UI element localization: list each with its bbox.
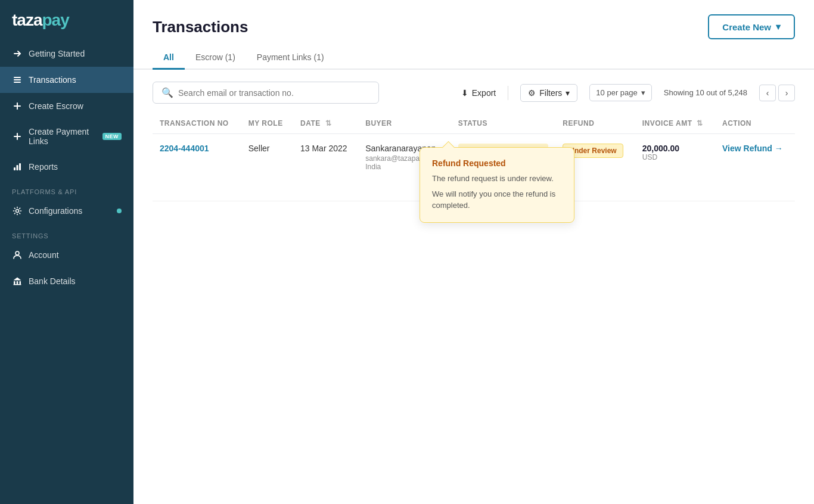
- sidebar-item-create-payment-links-label: Create Payment Links: [29, 127, 94, 146]
- refund-popup: Refund Requested The refund request is u…: [420, 147, 574, 223]
- col-invoice-amt-label: INVOICE AMT: [642, 119, 692, 127]
- logo-taza: taza: [12, 11, 42, 29]
- sidebar-item-account-label: Account: [29, 250, 59, 260]
- table-header-row: TRANSACTION NO MY ROLE DATE ⇅ BUYER STAT…: [153, 113, 795, 134]
- svg-rect-8: [17, 165, 18, 170]
- col-my-role: MY ROLE: [241, 113, 293, 134]
- platforms-api-section-label: PLATFORMS & API: [0, 180, 133, 198]
- download-icon: ⬇: [461, 88, 468, 98]
- next-page-button[interactable]: ›: [778, 85, 795, 101]
- cell-action: View Refund →: [715, 134, 795, 201]
- col-transaction-no: TRANSACTION NO: [153, 113, 241, 134]
- col-date[interactable]: DATE ⇅: [293, 113, 358, 134]
- transaction-link[interactable]: 2204-444001: [160, 144, 209, 153]
- col-buyer: BUYER: [358, 113, 451, 134]
- svg-rect-12: [14, 281, 15, 284]
- chevron-down-icon-filters: ▾: [566, 88, 570, 98]
- svg-rect-1: [14, 79, 21, 80]
- new-badge: NEW: [102, 133, 122, 140]
- popup-title: Refund Requested: [432, 158, 562, 168]
- table-toolbar: 🔍 ⬇ Export ⚙ Filters ▾ 10 per page ▾: [153, 82, 795, 104]
- create-new-label: Create New: [722, 22, 771, 32]
- invoice-amount: 20,000.00: [642, 144, 708, 153]
- svg-rect-0: [14, 77, 21, 78]
- tab-payment-links[interactable]: Payment Links (1): [246, 46, 335, 70]
- sort-icon-date: ⇅: [325, 119, 332, 127]
- export-button[interactable]: ⬇ Export: [461, 88, 496, 98]
- divider: [508, 86, 508, 100]
- sidebar-item-configurations[interactable]: Configurations: [0, 198, 133, 224]
- bank-icon: [12, 276, 23, 287]
- page-header: Transactions Create New ▾: [133, 0, 814, 39]
- sidebar-item-create-escrow[interactable]: Create Escrow: [0, 93, 133, 119]
- cell-date: 13 Mar 2022: [293, 134, 358, 201]
- invoice-currency: USD: [642, 153, 708, 161]
- sidebar-item-bank-details[interactable]: Bank Details: [0, 268, 133, 294]
- svg-rect-2: [14, 82, 21, 83]
- search-icon: 🔍: [161, 87, 173, 98]
- cell-my-role: Seller: [241, 134, 293, 201]
- arrow-right-icon-action: →: [775, 144, 783, 153]
- popup-body: The refund request is under review. We w…: [432, 173, 562, 211]
- tab-bar: All Escrow (1) Payment Links (1): [133, 39, 814, 70]
- col-date-label: DATE: [300, 119, 321, 127]
- svg-rect-15: [14, 284, 21, 285]
- settings-section-label: SETTINGS: [0, 224, 133, 242]
- chevron-down-icon: ▾: [776, 21, 781, 32]
- chevron-down-icon-per-page: ▾: [641, 88, 645, 97]
- cell-transaction-no: 2204-444001: [153, 134, 241, 201]
- col-action: ACTION: [715, 113, 795, 134]
- sidebar-item-getting-started-label: Getting Started: [29, 49, 85, 58]
- table-area: 🔍 ⬇ Export ⚙ Filters ▾ 10 per page ▾: [133, 70, 814, 504]
- tab-all[interactable]: All: [153, 46, 185, 70]
- logo-pay: pay: [42, 11, 69, 29]
- sort-icon-invoice: ⇅: [697, 119, 703, 127]
- sidebar-item-configurations-label: Configurations: [29, 206, 82, 216]
- search-box[interactable]: 🔍: [153, 82, 379, 104]
- popup-line2: We will notify you once the refund is co…: [432, 188, 562, 211]
- toolbar-right: ⬇ Export ⚙ Filters ▾ 10 per page ▾ Showi…: [461, 84, 795, 102]
- svg-rect-14: [20, 281, 21, 284]
- user-icon: [12, 250, 23, 260]
- cell-invoice-amt: 20,000.00 USD: [635, 134, 715, 201]
- export-label: Export: [472, 88, 496, 98]
- svg-point-10: [16, 210, 19, 213]
- pagination-controls: ‹ ›: [759, 85, 795, 101]
- gear-icon: [12, 206, 23, 216]
- showing-text: Showing 10 out of 5,248: [664, 88, 747, 97]
- col-invoice-amt[interactable]: INVOICE AMT ⇅: [635, 113, 715, 134]
- plus-icon-escrow: [12, 101, 23, 111]
- search-input[interactable]: [178, 88, 370, 98]
- prev-page-button[interactable]: ‹: [759, 85, 776, 101]
- plus-icon-payment: [12, 131, 23, 142]
- sidebar-item-getting-started[interactable]: Getting Started: [0, 41, 133, 67]
- view-refund-link[interactable]: View Refund →: [722, 144, 788, 153]
- per-page-value: 10 per page: [596, 88, 637, 97]
- logo: tazapay: [0, 0, 133, 41]
- svg-point-11: [15, 251, 19, 255]
- svg-rect-7: [14, 167, 15, 170]
- view-refund-label: View Refund: [722, 144, 772, 153]
- sidebar-item-account[interactable]: Account: [0, 242, 133, 268]
- bar-chart-icon: [12, 161, 23, 172]
- popup-line1: The refund request is under review.: [432, 173, 562, 185]
- sidebar-item-bank-details-label: Bank Details: [29, 276, 76, 286]
- sidebar-item-create-escrow-label: Create Escrow: [29, 101, 83, 111]
- filters-button[interactable]: ⚙ Filters ▾: [520, 84, 577, 102]
- arrow-right-icon: [12, 48, 23, 59]
- svg-rect-13: [17, 281, 18, 284]
- list-icon: [12, 74, 23, 85]
- sidebar-item-transactions-label: Transactions: [29, 75, 76, 85]
- col-refund: REFUND: [555, 113, 635, 134]
- sidebar-item-reports[interactable]: Reports: [0, 154, 133, 180]
- col-status: STATUS: [451, 113, 556, 134]
- create-new-button[interactable]: Create New ▾: [708, 14, 795, 39]
- config-notification-dot: [117, 209, 122, 213]
- sidebar-item-transactions[interactable]: Transactions: [0, 67, 133, 93]
- per-page-selector[interactable]: 10 per page ▾: [589, 84, 651, 101]
- main-content: Transactions Create New ▾ All Escrow (1)…: [133, 0, 814, 504]
- sidebar-item-create-payment-links[interactable]: Create Payment Links NEW: [0, 119, 133, 154]
- page-title: Transactions: [153, 18, 248, 36]
- tab-escrow[interactable]: Escrow (1): [185, 46, 246, 70]
- filters-label: Filters: [539, 88, 562, 98]
